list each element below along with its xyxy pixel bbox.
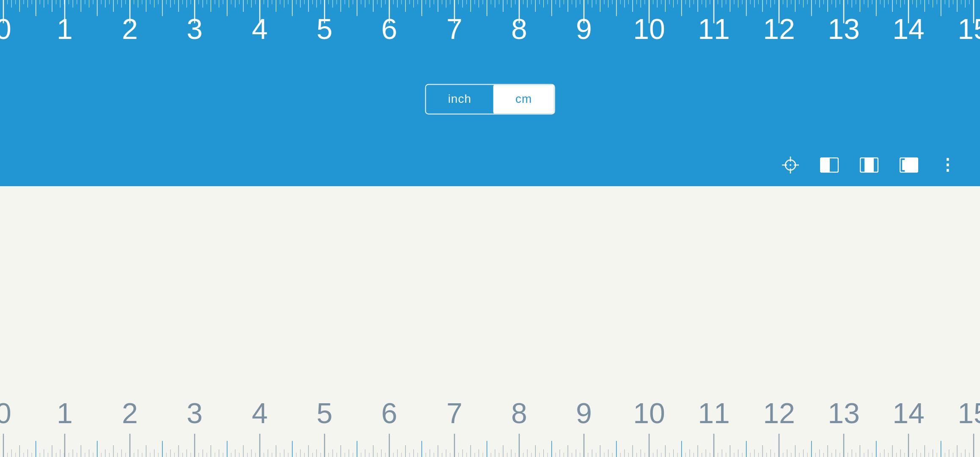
crosshair-icon[interactable] [782, 157, 799, 173]
bottom-ruler-ticks: 0123456789101112131415 [0, 372, 980, 457]
svg-text:4: 4 [252, 397, 268, 429]
svg-rect-268 [905, 158, 917, 172]
svg-text:12: 12 [763, 397, 795, 429]
top-ruler-ticks: 0123456789101112131415 [0, 0, 980, 47]
svg-text:7: 7 [446, 397, 462, 429]
svg-text:15: 15 [958, 13, 980, 45]
svg-text:0: 0 [0, 13, 11, 45]
top-ruler: 0123456789101112131415 inch cm [0, 0, 980, 186]
unit-toggle[interactable]: inch cm [425, 84, 555, 114]
svg-text:10: 10 [633, 397, 665, 429]
svg-text:8: 8 [511, 397, 527, 429]
svg-text:14: 14 [892, 397, 925, 429]
svg-text:9: 9 [576, 397, 592, 429]
panel-right-icon[interactable] [900, 157, 918, 173]
svg-text:2: 2 [122, 397, 138, 429]
panel-center-icon[interactable] [860, 157, 878, 173]
svg-text:13: 13 [828, 397, 860, 429]
svg-text:11: 11 [698, 397, 730, 429]
bottom-ruler: 0123456789101112131415 [0, 186, 980, 457]
svg-text:3: 3 [187, 397, 203, 429]
svg-text:6: 6 [381, 397, 397, 429]
svg-text:15: 15 [958, 397, 980, 429]
unit-inch-button[interactable]: inch [426, 85, 493, 113]
unit-cm-button[interactable]: cm [493, 85, 554, 113]
svg-rect-266 [864, 158, 874, 172]
panel-left-icon[interactable] [820, 157, 839, 173]
svg-rect-269 [902, 160, 905, 170]
svg-text:1: 1 [57, 397, 73, 429]
svg-text:0: 0 [0, 397, 11, 429]
more-options-icon[interactable]: ⋮ [939, 156, 955, 174]
svg-text:5: 5 [317, 397, 333, 429]
svg-point-262 [790, 164, 791, 166]
toolbar: ⋮ [782, 156, 955, 174]
svg-rect-264 [820, 158, 830, 172]
